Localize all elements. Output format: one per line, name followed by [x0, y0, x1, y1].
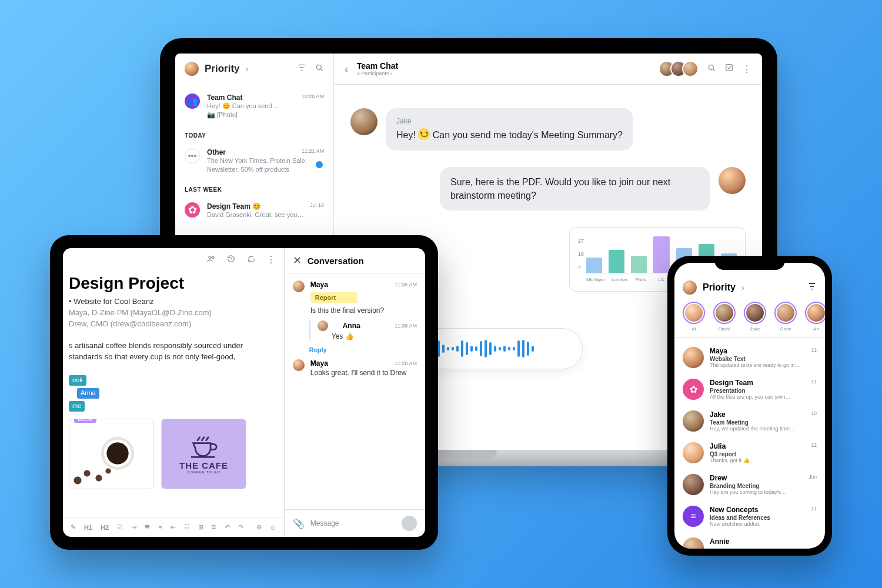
code-icon[interactable]: ⧉ — [210, 522, 218, 532]
redo-icon[interactable]: ↷ — [236, 522, 245, 532]
filter-icon[interactable] — [297, 63, 306, 75]
avatar — [683, 410, 704, 432]
doc-line: s artisanal coffee blends responsibly so… — [69, 340, 278, 352]
user-avatar[interactable] — [185, 62, 199, 76]
phone-list-item[interactable]: JuliaQ3 reportThanks, got it 👍12 — [674, 437, 825, 469]
coffee-beans-icon — [73, 462, 120, 485]
thread-sender: Anna — [343, 322, 360, 330]
more-icon: ••• — [185, 148, 200, 163]
thread-reply[interactable]: Anna11:38 AM Yes 👍 — [309, 320, 417, 340]
favorite-contact[interactable]: M — [683, 302, 705, 332]
search-icon[interactable] — [315, 63, 324, 75]
svg-rect-2 — [726, 65, 733, 71]
filter-icon[interactable] — [807, 282, 817, 293]
editor-toolbar: ✎ H1 H2 ☑ ⇥ ≣ ≡ ⇤ ☷ ⊞ ⧉ ↶ ↷ ⊕ ☺ — [63, 517, 284, 537]
thread-message[interactable]: Maya11:35 AM Report Is this the final ve… — [293, 280, 417, 315]
item-subject: Website Text — [710, 356, 803, 362]
history-icon[interactable] — [226, 254, 236, 266]
avatar — [293, 280, 305, 292]
doc-line: Drew, CMO (drew@coolbeanz.com) — [69, 319, 278, 330]
phone-list-item[interactable]: Annie — [674, 532, 825, 549]
back-button[interactable]: ‹ — [345, 62, 349, 76]
thread-sender: Maya — [310, 359, 328, 368]
x-label: Michigan — [586, 277, 605, 288]
phone-list-item[interactable]: DrewBranding MeetingHey are you coming t… — [674, 469, 825, 500]
conversation-panel: ✕ Conversation Maya11:35 AM Report Is th… — [285, 248, 425, 537]
conversation-item[interactable]: ✿ Design Team 😊 David Grosenki: Great, s… — [185, 198, 324, 224]
conversation-item[interactable]: 👥 Team Chat Hey! 😊 Can you send… 📷 [Phot… — [185, 89, 324, 124]
indent-icon[interactable]: ⇥ — [129, 522, 138, 532]
more-icon[interactable]: ⋮ — [742, 64, 751, 75]
file-chip[interactable]: Report — [310, 292, 358, 303]
search-icon[interactable] — [707, 63, 716, 75]
phone-list-item[interactable]: ✿Design TeamPresentationAll the files ar… — [674, 373, 825, 405]
h2-button[interactable]: H2 — [99, 523, 111, 532]
chat-title: Team Chat — [357, 61, 399, 71]
attach-icon[interactable]: 📎 — [293, 518, 305, 529]
checkbox-icon[interactable]: ☑ — [115, 522, 125, 532]
item-time: 12 — [811, 442, 817, 463]
mention-tag[interactable]: Drew — [74, 419, 96, 423]
avatar — [350, 108, 377, 135]
chat-icon[interactable] — [246, 254, 256, 266]
phone-list-item[interactable]: ≡New ConceptsIdeas and ReferencesNew ske… — [674, 500, 825, 532]
user-avatar[interactable] — [683, 280, 697, 295]
conv-meta: 📷 [Photo] — [207, 111, 324, 119]
h1-button[interactable]: H1 — [82, 523, 94, 532]
table-icon[interactable]: ⊞ — [196, 522, 205, 532]
outdent-icon[interactable]: ⇤ — [169, 522, 178, 532]
chevron-right-icon[interactable]: › — [741, 283, 744, 292]
avatar — [719, 167, 746, 194]
sidebar-heading-row: Priority › — [185, 62, 324, 76]
avatar — [683, 347, 704, 368]
chevron-right-icon[interactable]: › — [246, 64, 249, 74]
emoji-button[interactable]: ☺ — [268, 523, 278, 532]
svg-point-1 — [709, 65, 713, 69]
chat-participants[interactable]: 3 Participants › — [357, 71, 399, 76]
item-time: 11 — [811, 379, 817, 400]
mention-tag[interactable]: ook — [69, 375, 86, 386]
send-button[interactable] — [402, 516, 417, 531]
doc-line: standards so that every cup is not only … — [69, 352, 278, 363]
message-input[interactable]: Message — [310, 519, 339, 527]
mention-tag[interactable]: Anna — [77, 388, 99, 399]
favorite-contact[interactable]: Jake — [744, 302, 766, 332]
list-ul-icon[interactable]: ≣ — [143, 522, 152, 532]
favorite-contact[interactable]: Drew — [774, 302, 797, 332]
phone-frame: Priority › MDavidJakeDrewAn MayaWebsite … — [667, 256, 832, 556]
chart-bar — [631, 256, 647, 273]
brush-icon[interactable]: ✎ — [69, 522, 78, 532]
conversation-item[interactable]: ••• Other The New York Times, Protein Sa… — [185, 143, 324, 179]
message-incoming[interactable]: Jake Hey! Can you send me today's Meetin… — [350, 108, 656, 151]
people-icon[interactable] — [206, 254, 216, 266]
waveform-icon — [423, 340, 534, 358]
y-tick: 16 — [578, 248, 584, 260]
mention-tag[interactable]: me — [69, 401, 85, 412]
item-time: 10 — [811, 410, 817, 432]
reply-link[interactable]: Reply — [309, 346, 417, 353]
conv-subtitle: The New York Times, Protein Sale, Newsle… — [207, 156, 324, 174]
favorite-contact[interactable]: David — [713, 302, 736, 332]
undo-icon[interactable]: ↶ — [223, 522, 232, 532]
list-ol-icon[interactable]: ≡ — [156, 523, 163, 532]
participant-avatars[interactable] — [663, 61, 699, 77]
more-icon[interactable]: ⋮ — [266, 254, 276, 266]
gear-icon: ✿ — [185, 202, 200, 218]
attachment-logo[interactable]: THE CAFE COFFEE TO GO — [161, 419, 246, 489]
calendar-icon[interactable]: ☷ — [182, 522, 192, 532]
group-icon: 👥 — [185, 93, 200, 109]
checklist-icon[interactable] — [724, 63, 734, 75]
phone-list-item[interactable]: MayaWebsite TextThe updated texts are re… — [674, 342, 825, 373]
thread-message[interactable]: Maya11:28 AM Looks great. I'll send it t… — [293, 359, 417, 377]
attachment-photo[interactable]: Drew — [69, 419, 154, 489]
document-body[interactable]: • Website for Cool Beanz Maya, D-Zine PM… — [63, 296, 284, 413]
message-outgoing[interactable]: Sure, here is the PDF. Would you like to… — [440, 167, 746, 211]
phone-list-item[interactable]: JakeTeam MeetingHey, we updated the meet… — [674, 405, 825, 437]
add-button[interactable]: ⊕ — [255, 522, 263, 532]
item-subject: Team Meeting — [710, 419, 803, 426]
chat-header: ‹ Team Chat 3 Participants › ⋮ — [334, 54, 762, 85]
x-label: LA — [654, 277, 669, 288]
favorite-contact[interactable]: An — [805, 302, 825, 332]
item-name: Annie — [710, 537, 808, 546]
close-icon[interactable]: ✕ — [293, 254, 302, 267]
